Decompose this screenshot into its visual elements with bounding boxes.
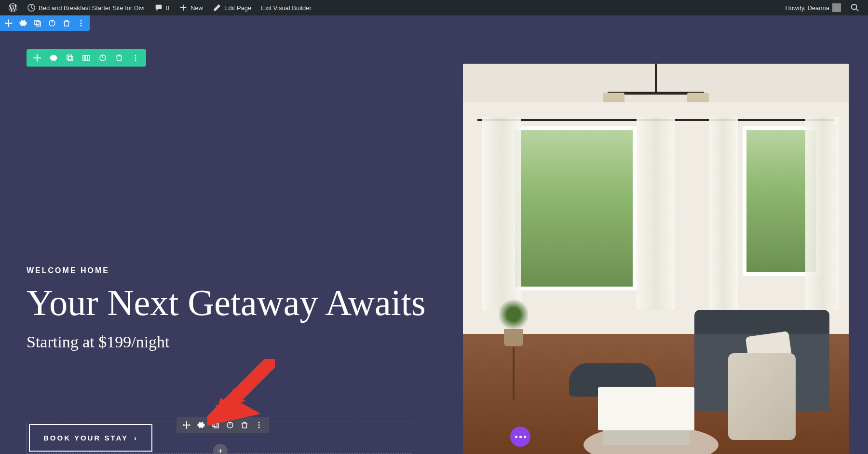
hero-image-module[interactable]: [463, 64, 849, 454]
row-toolbar: [27, 49, 146, 67]
svg-rect-8: [67, 55, 71, 59]
new-content-menu[interactable]: New: [174, 0, 208, 15]
room-photo: [463, 64, 849, 454]
new-label: New: [190, 4, 203, 12]
svg-point-15: [135, 57, 136, 59]
cta-label: BOOK YOUR STAY: [43, 434, 128, 442]
edit-page-menu[interactable]: Edit Page: [208, 0, 256, 15]
admin-bar-right: Howdy, Deanna: [780, 0, 864, 15]
wp-admin-bar: Bed and Breakfast Starter Site for Divi …: [0, 0, 868, 15]
row-move-handle[interactable]: [32, 53, 42, 63]
comments-count: 0: [166, 4, 169, 12]
builder-fab-button[interactable]: [510, 426, 530, 447]
svg-point-6: [81, 23, 82, 24]
svg-point-7: [81, 25, 82, 27]
row-more-button[interactable]: [131, 53, 140, 63]
section-settings-button[interactable]: [18, 18, 28, 28]
dots-icon: [515, 436, 526, 438]
hero-eyebrow[interactable]: WELCOME HOME: [27, 266, 426, 275]
svg-point-5: [81, 20, 82, 22]
row-power-button[interactable]: [98, 53, 108, 63]
comments-menu[interactable]: 0: [149, 0, 174, 15]
edit-page-label: Edit Page: [224, 4, 251, 12]
site-name-menu[interactable]: Bed and Breakfast Starter Site for Divi: [22, 0, 149, 15]
row-duplicate-button[interactable]: [65, 53, 75, 63]
avatar: [832, 3, 841, 12]
section-move-handle[interactable]: [4, 18, 14, 28]
row-settings-button[interactable]: [49, 53, 58, 63]
page-canvas: WELCOME HOME Your Next Getaway Awaits St…: [0, 15, 868, 454]
comment-icon: [154, 3, 163, 12]
search-toggle[interactable]: [846, 0, 864, 15]
chevron-right-icon: ›: [134, 434, 138, 442]
svg-point-1: [852, 4, 857, 10]
svg-rect-2: [35, 20, 39, 25]
section-delete-button[interactable]: [62, 18, 71, 28]
svg-rect-10: [83, 55, 85, 60]
row-delete-button[interactable]: [114, 53, 124, 63]
user-greeting: Howdy, Deanna: [785, 4, 829, 12]
svg-rect-3: [36, 22, 41, 26]
module-move-handle[interactable]: [182, 421, 191, 429]
svg-point-14: [135, 55, 136, 56]
row-columns-button[interactable]: [81, 53, 91, 63]
pencil-icon: [213, 3, 221, 12]
wp-logo-menu[interactable]: [4, 0, 22, 15]
svg-rect-9: [68, 56, 73, 61]
section-toolbar: [0, 15, 90, 31]
wordpress-icon: [9, 3, 17, 12]
svg-rect-12: [88, 55, 90, 60]
book-stay-button[interactable]: BOOK YOUR STAY ›: [29, 424, 152, 452]
admin-bar-left: Bed and Breakfast Starter Site for Divi …: [4, 0, 316, 15]
annotation-arrow: [207, 359, 275, 428]
section-duplicate-button[interactable]: [33, 18, 42, 28]
exit-visual-builder[interactable]: Exit Visual Builder: [256, 0, 316, 15]
user-account-menu[interactable]: Howdy, Deanna: [780, 0, 846, 15]
module-settings-button[interactable]: [197, 421, 205, 429]
plus-icon: +: [218, 446, 223, 454]
search-icon: [851, 3, 859, 12]
section-power-button[interactable]: [47, 18, 57, 28]
section-more-button[interactable]: [76, 18, 86, 28]
hero-title[interactable]: Your Next Getaway Awaits: [27, 284, 426, 322]
hero-subtitle[interactable]: Starting at $199/night: [27, 333, 426, 351]
dashboard-icon: [27, 3, 36, 12]
hero-text-group: WELCOME HOME Your Next Getaway Awaits St…: [27, 266, 426, 351]
svg-rect-11: [85, 55, 87, 60]
site-title: Bed and Breakfast Starter Site for Divi: [39, 4, 145, 12]
svg-point-16: [135, 60, 136, 61]
plus-icon: [179, 3, 188, 12]
